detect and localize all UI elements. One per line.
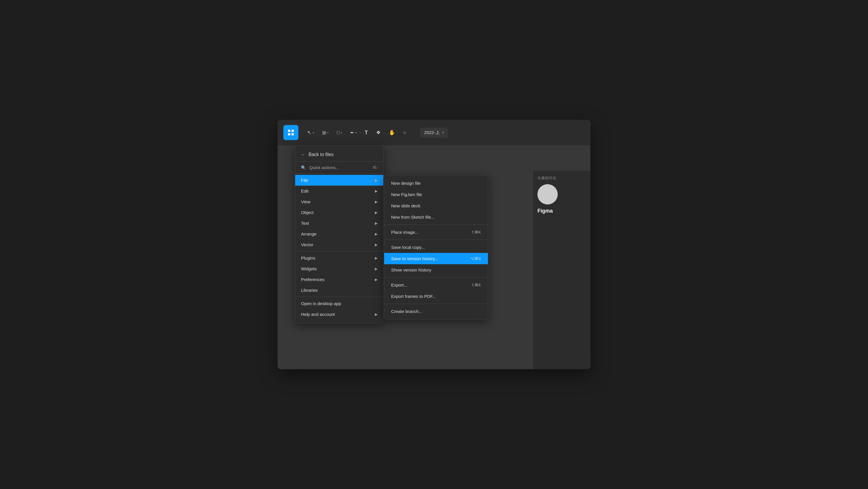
menu-item-help-account[interactable]: Help and account ▶ — [295, 309, 383, 320]
submenu-arrow-icon: ▶ — [375, 256, 377, 260]
submenu-group-5: Create branch... — [384, 306, 488, 317]
save-local-copy-label: Save local copy... — [391, 245, 425, 250]
back-arrow-icon: ← — [301, 152, 305, 157]
submenu-divider-3 — [384, 277, 488, 278]
plugins-menu-label: Plugins — [301, 256, 315, 260]
show-version-history-label: Show version history — [391, 267, 431, 272]
menu-item-edit[interactable]: Edit ▶ — [295, 185, 383, 196]
hand-tool-button[interactable]: ✋ — [386, 127, 398, 138]
arrange-menu-label: Arrange — [301, 231, 316, 236]
menu-item-open-desktop[interactable]: Open in desktop app — [295, 298, 383, 309]
svg-rect-0 — [288, 130, 290, 132]
new-figjam-file-item[interactable]: New FigJam file — [384, 189, 488, 200]
comment-tool-button[interactable]: ○ — [400, 127, 409, 138]
submenu-arrow-icon: ▶ — [375, 189, 377, 193]
submenu-group-2: Place image... ⇧⌘K — [384, 227, 488, 238]
shape-icon: □ — [337, 130, 340, 135]
submenu-divider-4 — [384, 304, 488, 304]
help-account-label: Help and account — [301, 312, 335, 317]
text-menu-label: Text — [301, 221, 309, 226]
component-icon: ❖ — [376, 130, 381, 136]
chevron-down-icon: ▾ — [355, 131, 356, 134]
chevron-down-icon: ▾ — [313, 131, 314, 134]
main-menu: ← Back to files 🔍 Quick actions... ⌘/ Fi… — [295, 145, 383, 323]
place-image-shortcut: ⇧⌘K — [471, 230, 481, 234]
text-tool-button[interactable]: T — [362, 127, 371, 138]
submenu-arrow-icon: ▶ — [375, 178, 377, 182]
new-design-file-item[interactable]: New design file — [384, 177, 488, 189]
panel-title: 头像组件化 — [537, 175, 586, 181]
hand-icon: ✋ — [389, 130, 395, 136]
view-menu-label: View — [301, 199, 310, 204]
menu-item-libraries[interactable]: Libraries — [295, 285, 383, 295]
show-version-history-item[interactable]: Show version history — [384, 264, 488, 276]
menu-section-3: Open in desktop app Help and account ▶ — [295, 297, 383, 321]
quick-actions-label: Quick actions... — [309, 165, 339, 170]
save-version-history-item[interactable]: Save to version history... ⌥⌘S — [384, 253, 488, 264]
text-icon: T — [365, 130, 368, 136]
menu-item-widgets[interactable]: Widgets ▶ — [295, 263, 383, 274]
pen-icon: ✒ — [350, 130, 354, 136]
export-item[interactable]: Export... ⇧⌘E — [384, 279, 488, 291]
back-to-files-item[interactable]: ← Back to files — [295, 148, 383, 162]
new-from-sketch-item[interactable]: New from Sketch file... — [384, 211, 488, 223]
export-shortcut: ⇧⌘E — [471, 283, 481, 287]
create-branch-label: Create branch... — [391, 309, 423, 314]
quick-actions-item[interactable]: 🔍 Quick actions... ⌘/ — [295, 162, 383, 174]
menu-item-arrange[interactable]: Arrange ▶ — [295, 229, 383, 239]
new-slide-deck-item[interactable]: New slide deck — [384, 200, 488, 211]
vector-menu-label: Vector — [301, 242, 313, 247]
new-figjam-file-label: New FigJam file — [391, 192, 422, 197]
submenu-arrow-icon: ▶ — [375, 267, 377, 271]
submenu-divider-2 — [384, 239, 488, 240]
menu-section-1: File ▶ New design file New FigJam file N… — [295, 174, 383, 252]
object-menu-label: Object — [301, 210, 313, 215]
file-menu-label: File — [301, 178, 308, 183]
edit-menu-label: Edit — [301, 189, 309, 194]
create-branch-item[interactable]: Create branch... — [384, 306, 488, 317]
menu-item-plugins[interactable]: Plugins ▶ — [295, 253, 383, 263]
menu-item-view[interactable]: View ▶ — [295, 196, 383, 207]
open-desktop-label: Open in desktop app — [301, 301, 341, 306]
chevron-down-icon: ▾ — [341, 131, 342, 134]
submenu-group-4: Export... ⇧⌘E Export frames to PDF... — [384, 279, 488, 302]
shape-tool-button[interactable]: □ ▾ — [334, 127, 345, 138]
select-tool-button[interactable]: ↖ ▾ — [304, 127, 317, 138]
menu-item-text[interactable]: Text ▶ — [295, 218, 383, 229]
submenu-arrow-icon: ▶ — [375, 232, 377, 236]
menu-item-preferences[interactable]: Preferences ▶ — [295, 274, 383, 285]
menu-item-object[interactable]: Object ▶ — [295, 207, 383, 218]
save-version-history-shortcut: ⌥⌘S — [470, 256, 481, 261]
save-local-copy-item[interactable]: Save local copy... — [384, 241, 488, 253]
frame-tool-button[interactable]: ⊞ ▾ — [319, 127, 332, 138]
menu-item-vector[interactable]: Vector ▶ — [295, 239, 383, 250]
menu-section-2: Plugins ▶ Widgets ▶ Preferences ▶ Librar… — [295, 252, 383, 297]
new-from-sketch-label: New from Sketch file... — [391, 214, 435, 220]
export-label: Export... — [391, 283, 407, 287]
component-tool-button[interactable]: ❖ — [373, 127, 383, 138]
libraries-menu-label: Libraries — [301, 288, 318, 293]
submenu-group-3: Save local copy... Save to version histo… — [384, 241, 488, 276]
place-image-label: Place image... — [391, 230, 418, 235]
file-name-text: 2022-上 — [424, 130, 439, 136]
frame-icon: ⊞ — [322, 130, 326, 136]
submenu-arrow-icon: ▶ — [375, 243, 377, 247]
figma-brand-label: Figma — [537, 208, 586, 214]
place-image-item[interactable]: Place image... ⇧⌘K — [384, 227, 488, 238]
figma-logo-button[interactable] — [283, 125, 299, 140]
submenu-divider-1 — [384, 225, 488, 225]
submenu-arrow-icon: ▶ — [375, 221, 377, 225]
menu-item-file[interactable]: File ▶ New design file New FigJam file N… — [295, 175, 383, 185]
search-icon: 🔍 — [301, 165, 306, 170]
quick-actions-shortcut: ⌘/ — [373, 165, 377, 170]
submenu-arrow-icon: ▶ — [375, 312, 377, 316]
file-name-dropdown[interactable]: 2022-上 ▾ — [420, 127, 447, 138]
new-design-file-label: New design file — [391, 181, 421, 185]
back-to-files-label: Back to files — [309, 152, 334, 157]
comment-icon: ○ — [403, 130, 406, 136]
new-slide-deck-label: New slide deck — [391, 203, 421, 208]
svg-rect-1 — [291, 130, 294, 132]
pen-tool-button[interactable]: ✒ ▾ — [347, 127, 360, 138]
svg-rect-3 — [291, 133, 294, 136]
export-frames-pdf-item[interactable]: Export frames to PDF... — [384, 291, 488, 302]
